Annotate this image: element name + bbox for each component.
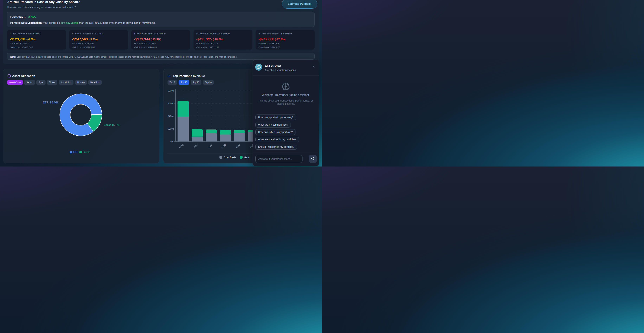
svg-text:$0k: $0k bbox=[170, 140, 174, 143]
svg-text:Stock: Stock bbox=[83, 151, 90, 154]
svg-text:ETF: ETF bbox=[73, 151, 78, 154]
svg-text:Stock: 15.0%: Stock: 15.0% bbox=[103, 123, 120, 127]
svg-text:QQQ: QQQ bbox=[221, 143, 226, 149]
svg-text:ETF: 85.0%: ETF: 85.0% bbox=[43, 101, 58, 104]
svg-text:$800k: $800k bbox=[168, 89, 174, 92]
svg-text:Gain: Gain bbox=[244, 156, 250, 159]
svg-text:VOO: VOO bbox=[179, 143, 184, 149]
svg-text:$600k: $600k bbox=[168, 102, 174, 105]
svg-text:$200k: $200k bbox=[168, 127, 174, 130]
svg-text:Cost Basis: Cost Basis bbox=[224, 156, 236, 159]
svg-text:TSM: TSM bbox=[193, 143, 198, 149]
svg-text:$400k: $400k bbox=[168, 115, 174, 117]
svg-text:XLU: XLU bbox=[208, 143, 212, 148]
svg-text:IWM: IWM bbox=[235, 143, 240, 149]
